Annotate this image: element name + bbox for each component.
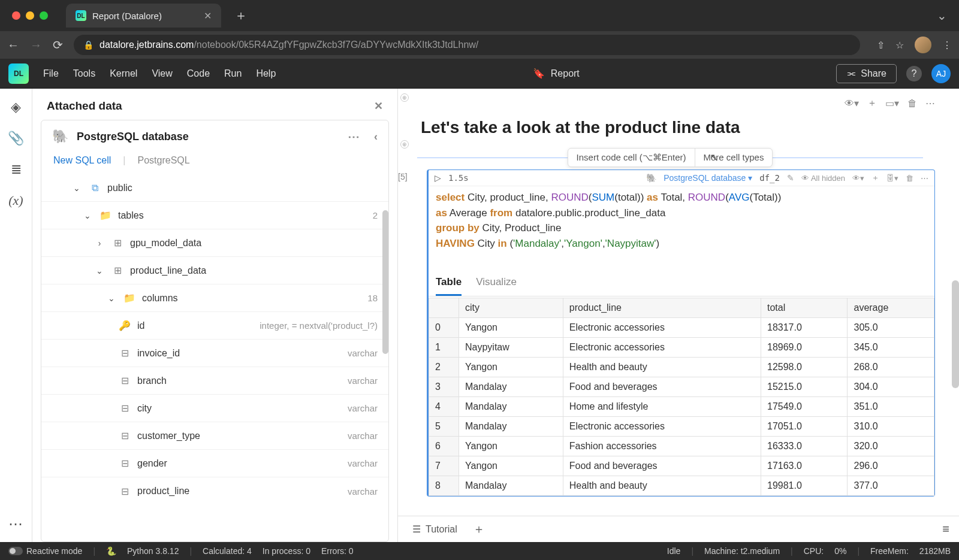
help-button[interactable]: ?: [906, 66, 922, 81]
columns-folder-row[interactable]: ⌄ 📁 columns 18: [41, 284, 388, 312]
content-scrollbar[interactable]: [952, 280, 959, 388]
rail-more-icon[interactable]: ⋯: [8, 516, 24, 532]
cell-more-icon[interactable]: ⋯: [921, 174, 928, 183]
table-row[interactable]: 5 Mandalay Electronic accessories 17051.…: [429, 417, 934, 437]
hidden-indicator[interactable]: 👁 All hidden: [801, 174, 845, 183]
new-sql-cell-link[interactable]: New SQL cell: [53, 155, 111, 166]
menu-kernel[interactable]: Kernel: [110, 68, 137, 79]
sql-cell[interactable]: ▷ 1.5s 🐘 PostgreSQL database ▾ df_2 ✎ 👁 …: [427, 169, 935, 497]
column-row[interactable]: ⊟ gender varchar: [41, 450, 388, 477]
markdown-heading[interactable]: Let's take a look at the product line da…: [421, 118, 935, 137]
menu-code[interactable]: Code: [187, 68, 210, 79]
column-row[interactable]: ⊟ product_line varchar: [41, 477, 388, 505]
window-controls[interactable]: [12, 11, 48, 20]
edit-df-icon[interactable]: ✎: [787, 173, 794, 183]
collapse-panel-icon[interactable]: ‹: [374, 131, 378, 143]
toggle-icon[interactable]: [8, 547, 23, 555]
dataframe-name[interactable]: df_2: [759, 173, 780, 183]
bookmark-outline-icon[interactable]: 🔖: [533, 68, 545, 79]
table-row[interactable]: 1 Naypyitaw Electronic accessories 18969…: [429, 338, 934, 358]
new-tab-button[interactable]: ＋: [234, 7, 248, 25]
visibility-icon[interactable]: 👁▾: [845, 98, 859, 109]
column-row[interactable]: ⊟ branch varchar: [41, 367, 388, 395]
rail-outline-icon[interactable]: ≣: [11, 162, 22, 177]
tab-visualize[interactable]: Visualize: [476, 276, 517, 296]
rail-variables-icon[interactable]: (x): [8, 193, 23, 208]
table-row[interactable]: 8 Mandalay Health and beauty 19981.0 377…: [429, 476, 934, 496]
menu-tools[interactable]: Tools: [73, 68, 95, 79]
python-version[interactable]: Python 3.8.12: [127, 546, 179, 556]
delete-cell-icon[interactable]: 🗑: [907, 98, 917, 109]
address-field[interactable]: 🔒 datalore.jetbrains.com/notebook/0k5R4A…: [74, 35, 860, 55]
column-row[interactable]: ⊟ customer_type varchar: [41, 422, 388, 450]
panel-close-icon[interactable]: ✕: [374, 99, 383, 113]
tables-folder-row[interactable]: ⌄ 📁 tables 2: [41, 202, 388, 229]
tab-table[interactable]: Table: [436, 276, 462, 296]
table-row[interactable]: 2 Yangon Health and beauty 12598.0 268.0: [429, 358, 934, 377]
table-row-product[interactable]: ⌄ ⊞ product_line_data: [41, 257, 388, 284]
menu-view[interactable]: View: [152, 68, 172, 79]
chevron-right-icon[interactable]: ›: [94, 238, 105, 248]
chevron-down-icon[interactable]: ⌄: [106, 293, 117, 303]
reactive-mode-toggle[interactable]: Reactive mode: [8, 546, 82, 556]
column-row[interactable]: ⊟ city varchar: [41, 395, 388, 422]
delete-cell-icon[interactable]: 🗑: [906, 174, 913, 183]
datalore-logo[interactable]: DL: [8, 63, 29, 84]
insert-code-cell-button[interactable]: Insert code cell (⌥⌘Enter): [568, 149, 695, 167]
column-row[interactable]: 🔑 id integer, = nextval('product_l?): [41, 312, 388, 340]
cell-more-icon[interactable]: ⋯: [925, 98, 935, 109]
table-row[interactable]: 3 Mandalay Food and beverages 15215.0 30…: [429, 377, 934, 397]
add-cell-icon[interactable]: ＋: [867, 97, 877, 110]
add-sheet-button[interactable]: ＋: [473, 521, 485, 537]
menu-help[interactable]: Help: [256, 68, 276, 79]
more-cell-types-button[interactable]: More cell types ↖: [695, 149, 773, 167]
share-icon[interactable]: ⇧: [877, 40, 885, 51]
status-machine[interactable]: Machine: t2.medium: [704, 546, 780, 556]
chevron-down-icon[interactable]: ⌄: [82, 211, 93, 220]
sheet-menu-icon[interactable]: ≡: [942, 522, 949, 536]
user-avatar[interactable]: AJ: [931, 64, 951, 83]
profile-avatar[interactable]: [915, 37, 931, 53]
table-header[interactable]: product_line: [563, 298, 761, 318]
table-header[interactable]: total: [761, 298, 848, 318]
close-window-icon[interactable]: [12, 11, 20, 20]
menu-file[interactable]: File: [43, 68, 59, 79]
column-row[interactable]: ⊟ invoice_id varchar: [41, 340, 388, 367]
table-header[interactable]: average: [848, 298, 934, 318]
close-tab-icon[interactable]: ✕: [204, 10, 212, 22]
reload-button[interactable]: ⟳: [53, 38, 63, 52]
maximize-window-icon[interactable]: [40, 11, 48, 20]
browser-menu-icon[interactable]: ⋮: [942, 40, 952, 51]
table-row[interactable]: 4 Mandalay Home and lifestyle 17549.0 35…: [429, 397, 934, 417]
table-header[interactable]: city: [459, 298, 563, 318]
chevron-down-icon[interactable]: ⌄: [71, 183, 82, 193]
db-icon[interactable]: 🗄▾: [886, 174, 898, 183]
chevron-down-icon[interactable]: ⌄: [94, 266, 105, 276]
table-row[interactable]: 0 Yangon Electronic accessories 18317.0 …: [429, 318, 934, 338]
minimize-window-icon[interactable]: [26, 11, 34, 20]
sheet-tab-tutorial[interactable]: ☰ Tutorial: [408, 519, 462, 540]
table-row[interactable]: 6 Yangon Fashion accessories 16333.0 320…: [429, 437, 934, 456]
run-cell-icon[interactable]: ▷: [435, 173, 441, 183]
visibility-icon[interactable]: 👁▾: [852, 174, 864, 183]
cell-gutter-icon[interactable]: ⊕: [400, 93, 409, 102]
back-button[interactable]: ←: [7, 38, 19, 52]
rail-cube-icon[interactable]: ◈: [11, 99, 21, 115]
browser-tab[interactable]: DL Report (Datalore) ✕: [66, 4, 221, 28]
sql-editor[interactable]: select City, product_line, ROUND(SUM(tot…: [429, 186, 934, 259]
tab-overflow-icon[interactable]: ⌄: [937, 8, 947, 23]
scrollbar-thumb[interactable]: [382, 210, 388, 354]
share-button[interactable]: ⫘ Share: [836, 64, 897, 83]
rail-attachment-icon[interactable]: 📎: [8, 131, 24, 146]
table-row[interactable]: 7 Yangon Food and beverages 17163.0 296.…: [429, 456, 934, 476]
schema-row[interactable]: ⌄ ⧉ public: [41, 174, 388, 202]
database-more-icon[interactable]: ⋯: [348, 129, 360, 144]
add-cell-icon[interactable]: ＋: [871, 172, 879, 183]
menu-run[interactable]: Run: [224, 68, 242, 79]
cell-gutter-icon[interactable]: ⊕: [400, 140, 409, 149]
cell-db-selector[interactable]: PostgreSQL database ▾: [664, 173, 752, 183]
notebook-title[interactable]: Report: [551, 68, 580, 79]
table-row-gpu[interactable]: › ⊞ gpu_model_data: [41, 229, 388, 257]
bookmark-icon[interactable]: ☆: [895, 40, 904, 51]
layout-icon[interactable]: ▭▾: [885, 98, 899, 109]
